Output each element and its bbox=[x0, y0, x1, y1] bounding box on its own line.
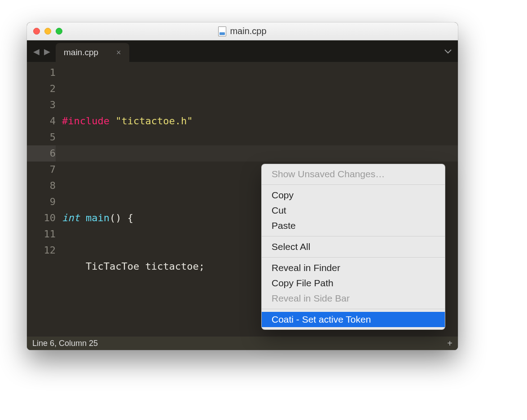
line-number: 9 bbox=[27, 194, 56, 210]
nav-forward-icon[interactable]: ▶ bbox=[44, 47, 50, 57]
line-number: 3 bbox=[27, 97, 56, 113]
new-tab-button[interactable]: + bbox=[447, 338, 452, 349]
tab-strip: ◀ ▶ main.cpp × bbox=[27, 40, 458, 62]
code-line: #include "tictactoe.h" bbox=[62, 113, 458, 129]
tab-close-icon[interactable]: × bbox=[116, 48, 121, 57]
tab-main-cpp[interactable]: main.cpp × bbox=[56, 43, 129, 62]
menu-paste[interactable]: Paste bbox=[262, 218, 445, 233]
line-number: 6 bbox=[27, 145, 56, 162]
line-number: 12 bbox=[27, 242, 56, 258]
menu-reveal-finder[interactable]: Reveal in Finder bbox=[262, 260, 445, 276]
menu-separator bbox=[262, 257, 445, 258]
line-number: 2 bbox=[27, 81, 56, 97]
minimize-window-button[interactable] bbox=[44, 28, 51, 35]
close-window-button[interactable] bbox=[33, 28, 40, 35]
tabs-overflow-icon[interactable] bbox=[444, 48, 452, 56]
titlebar: main.cpp bbox=[27, 22, 458, 40]
file-icon bbox=[218, 26, 226, 36]
line-number: 7 bbox=[27, 162, 56, 178]
menu-separator bbox=[262, 184, 445, 185]
menu-separator bbox=[262, 236, 445, 236]
zoom-window-button[interactable] bbox=[56, 28, 62, 35]
menu-reveal-sidebar[interactable]: Reveal in Side Bar bbox=[262, 291, 445, 306]
nav-back-icon[interactable]: ◀ bbox=[33, 47, 40, 57]
line-number: 11 bbox=[27, 226, 56, 242]
menu-coati-set-token[interactable]: Coati - Set active Token bbox=[262, 312, 445, 327]
menu-cut[interactable]: Cut bbox=[262, 203, 445, 218]
status-bar: Line 6, Column 25 + bbox=[27, 337, 458, 350]
line-gutter: 1 2 3 4 5 6 7 8 9 10 11 12 bbox=[27, 62, 62, 337]
window-title: main.cpp bbox=[230, 26, 266, 36]
line-number: 4 bbox=[27, 113, 56, 129]
line-number: 10 bbox=[27, 210, 56, 226]
line-number: 5 bbox=[27, 129, 56, 145]
menu-separator bbox=[262, 309, 445, 309]
nav-arrows: ◀ ▶ bbox=[31, 47, 54, 62]
menu-select-all[interactable]: Select All bbox=[262, 239, 445, 254]
context-menu: Show Unsaved Changes… Copy Cut Paste Sel… bbox=[261, 164, 445, 330]
window-title-area: main.cpp bbox=[27, 26, 458, 36]
current-line-highlight bbox=[27, 145, 458, 162]
traffic-lights bbox=[33, 28, 62, 35]
line-number: 1 bbox=[27, 65, 56, 81]
menu-copy[interactable]: Copy bbox=[262, 188, 445, 203]
tab-label: main.cpp bbox=[64, 48, 98, 57]
line-number: 8 bbox=[27, 178, 56, 194]
menu-copy-file-path[interactable]: Copy File Path bbox=[262, 276, 445, 291]
menu-show-unsaved[interactable]: Show Unsaved Changes… bbox=[262, 166, 445, 182]
cursor-position: Line 6, Column 25 bbox=[32, 339, 98, 348]
